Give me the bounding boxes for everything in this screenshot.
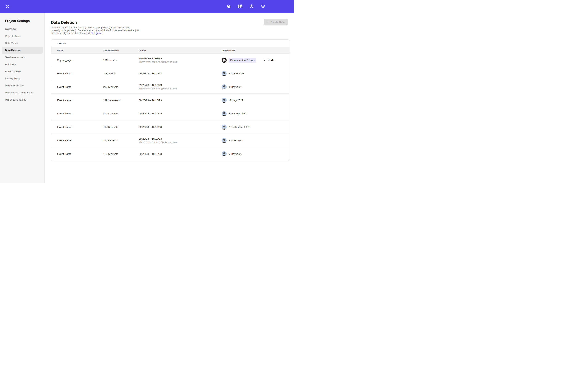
undo-label: Undo [268, 59, 275, 62]
row-volume: 48.3K events [103, 125, 139, 128]
row-criteria: 09/23/23 – 10/10/23 [139, 72, 222, 75]
criteria-filter: where email contains @mixpanel.com [139, 87, 222, 90]
column-header-criteria: Criteria [139, 49, 222, 52]
column-header-name: Name [57, 49, 103, 52]
sidebar-item-overview[interactable]: Overview [0, 25, 44, 33]
deletion-date-text: 7 September 2021 [229, 125, 250, 128]
sidebar-item-warehouse-tables[interactable]: Warehouse Tables [0, 96, 44, 103]
row-deletion-date: 3 May 2023 [222, 84, 282, 90]
row-volume: 123K events [103, 139, 139, 142]
sidebar-item-public-boards[interactable]: Public Boards [0, 68, 44, 75]
sidebar-title: Project Settings [5, 19, 44, 23]
criteria-filter: where email contains @mixpanel.com [139, 141, 222, 143]
row-name: Event Name [57, 125, 103, 128]
sidebar-item-service-accounts[interactable]: Service Accounts [0, 54, 44, 61]
avatar [222, 151, 227, 156]
help-icon[interactable] [249, 4, 254, 9]
row-criteria: 09/23/23 – 10/10/23 [139, 125, 222, 128]
column-header-deletion-date: Deletion Date [222, 49, 282, 52]
mixpanel-logo-icon[interactable] [5, 4, 10, 8]
row-criteria: 10/01/23 – 12/01/23 where email contains… [139, 57, 222, 63]
criteria-range: 09/23/23 – 10/10/23 [139, 137, 222, 140]
sidebar-item-data-views[interactable]: Data Views [0, 40, 44, 47]
row-deletion-date: 5 May 2020 [222, 151, 282, 156]
row-volume: 12.9K events [103, 152, 139, 155]
plus-icon: + [267, 20, 269, 24]
row-volume: 239.3K events [103, 99, 139, 102]
table-row: Event Name 30K events 09/23/23 – 10/10/2… [51, 67, 290, 80]
row-volume: 49.9K events [103, 112, 139, 115]
settings-gear-icon[interactable] [260, 4, 265, 9]
table-row: Event Name 48.3K events 09/23/23 – 10/10… [51, 120, 290, 134]
row-deletion-date: 7 September 2021 [222, 125, 282, 130]
table-row: Event Name 49.9K events 09/23/23 – 10/10… [51, 107, 290, 120]
delete-data-button-label: Delete Data [270, 21, 285, 24]
undo-button[interactable]: Undo [263, 58, 275, 62]
row-deletion-date: 12 July 2022 [222, 98, 282, 103]
table-row: Event Name 239.3K events 09/23/23 – 10/1… [51, 94, 290, 107]
sidebar-item-autotrack[interactable]: Autotrack [0, 61, 44, 68]
row-name: Event Name [57, 99, 103, 102]
deletion-date-text: 3 January 2022 [229, 112, 246, 115]
row-name: Signup_login [57, 59, 103, 62]
row-deletion-date: 3 January 2022 [222, 111, 282, 116]
status-badge: Permanent in 7 Days [229, 58, 256, 63]
avatar [222, 138, 227, 143]
table-row: Event Name 12.9K events 09/23/23 – 10/10… [51, 147, 290, 161]
see-guide-link[interactable]: See guide [91, 32, 102, 35]
table-row: Event Name 20.2K events 09/23/23 – 10/10… [51, 80, 290, 94]
row-volume: 20.2K events [103, 85, 139, 88]
row-criteria: 09/23/23 – 10/10/23 [139, 112, 222, 115]
sidebar-item-mixpanel-usage[interactable]: Mixpanel Usage [0, 82, 44, 89]
row-name: Event Name [57, 112, 103, 115]
deletion-requests-card: 5 Results Name Volume Deleted Criteria D… [51, 39, 290, 161]
column-header-volume: Volume Deleted [103, 49, 139, 52]
apps-grid-icon[interactable] [238, 4, 243, 9]
table-row: Event Name 123K events 09/23/23 – 10/10/… [51, 134, 290, 147]
settings-sidebar: Project Settings Overview Project Users … [0, 13, 45, 184]
avatar [222, 58, 227, 63]
main-content: Data Deletion Delete up to 90 days data … [45, 13, 294, 184]
avatar [222, 98, 227, 103]
deletion-date-text: 3 May 2023 [229, 85, 242, 88]
page-description: Delete up to 90 days data for any event … [51, 26, 139, 35]
avatar [222, 125, 227, 130]
deletion-date-text: 3 June 2021 [229, 139, 243, 142]
avatar [222, 84, 227, 90]
row-criteria: 09/23/23 – 10/10/23 where email contains… [139, 137, 222, 143]
row-name: Event Name [57, 152, 103, 155]
data-management-icon[interactable] [226, 4, 231, 9]
row-deletion-date: Permanent in 7 Days Undo [222, 58, 282, 63]
row-name: Event Name [57, 139, 103, 142]
results-count: 5 Results [51, 40, 290, 47]
criteria-range: 09/23/23 – 10/10/23 [139, 84, 222, 87]
criteria-range: 10/01/23 – 12/01/23 [139, 57, 222, 60]
sidebar-item-data-deletion[interactable]: Data Deletion [1, 47, 43, 54]
topbar-icon-group [226, 4, 265, 9]
sidebar-nav: Overview Project Users Data Views Data D… [0, 25, 44, 103]
row-criteria: 09/23/23 – 10/10/23 where email contains… [139, 84, 222, 90]
top-navigation-bar [0, 0, 294, 13]
row-deletion-date: 3 June 2021 [222, 138, 282, 143]
table-header-row: Name Volume Deleted Criteria Deletion Da… [51, 47, 290, 53]
deletion-date-text: 5 May 2020 [229, 152, 242, 155]
row-volume: 10M events [103, 59, 139, 62]
criteria-filter: where email contains @mixpanel.com [139, 61, 222, 63]
table-row: Signup_login 10M events 10/01/23 – 12/01… [51, 53, 290, 67]
avatar [222, 71, 227, 76]
row-criteria: 09/23/23 – 10/10/23 [139, 99, 222, 102]
page-title: Data Deletion [51, 20, 294, 25]
row-deletion-date: 20 June 2023 [222, 71, 282, 76]
undo-arrow-icon [263, 58, 267, 62]
sidebar-item-project-users[interactable]: Project Users [0, 33, 44, 40]
row-criteria: 09/23/23 – 10/10/23 [139, 152, 222, 155]
sidebar-item-warehouse-connections[interactable]: Warehouse Connections [0, 89, 44, 96]
deletion-date-text: 20 June 2023 [229, 72, 244, 75]
sidebar-item-identity-merge[interactable]: Identity Merge [0, 75, 44, 82]
deletion-date-text: 12 July 2022 [229, 99, 243, 102]
delete-data-button[interactable]: + Delete Data [264, 18, 288, 25]
row-volume: 30K events [103, 72, 139, 75]
row-name: Event Name [57, 85, 103, 88]
row-name: Event Name [57, 72, 103, 75]
avatar [222, 111, 227, 116]
